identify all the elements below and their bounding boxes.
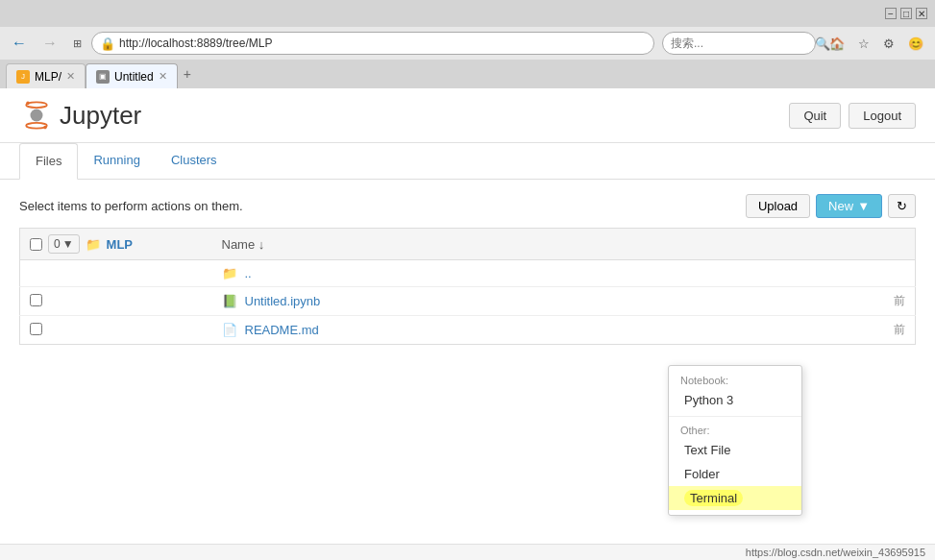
notebook-file-cell: 📗 Untitled.ipynb [222,294,759,308]
terminal-label: Terminal [684,490,743,506]
nav-home-icon[interactable]: 🏠 [824,34,850,54]
forward-button[interactable]: → [37,32,63,55]
parent-dir-link[interactable]: .. [245,266,252,280]
address-icon: 🔒 [100,36,115,51]
jupyter-logo-svg [19,98,54,133]
file-table-header: 0 ▼ 📁 MLP Name ↓ [20,229,916,260]
address-input[interactable] [119,37,646,50]
file-table: 0 ▼ 📁 MLP Name ↓ [19,228,916,345]
new-dropdown-menu: Notebook: Python 3 Other: Text File Fold… [668,365,802,516]
dropdown-divider [669,416,801,417]
search-bar-container: 🔍 [662,32,816,55]
breadcrumb-separator: 📁 [86,237,101,252]
upload-button[interactable]: Upload [746,194,810,218]
textfile-item[interactable]: Text File [669,438,801,462]
nav-settings-icon[interactable]: ⚙ [877,34,900,54]
row-modified-cell [768,260,915,287]
text-file-icon: 📄 [222,323,237,337]
row-name-cell: 📁 .. [212,260,769,287]
svg-point-3 [26,102,30,106]
new-button-caret: ▼ [857,199,870,213]
table-row: 📄 README.md 前 [20,316,916,345]
name-sort: Name ↓ [222,237,265,252]
status-url: https://blog.csdn.net/weixin_43695915 [746,547,925,558]
content-area: Select items to perform actions on them.… [0,180,935,359]
right-nav-buttons: 🏠 ☆ ⚙ 😊 [824,34,929,54]
home-button[interactable]: ⊞ [67,35,87,53]
row-name-cell: 📄 README.md [212,316,769,345]
tab-clusters[interactable]: Clusters [156,143,233,179]
jupyter-logo-text: Jupyter [60,101,141,131]
readme-link[interactable]: README.md [245,323,319,337]
terminal-item[interactable]: Terminal [669,486,801,510]
folder-icon: 📁 [222,266,237,280]
jupyter-header: Jupyter Quit Logout [0,88,935,143]
text-file-cell: 📄 README.md [222,323,759,337]
status-bar: https://blog.csdn.net/weixin_43695915 [0,544,935,560]
back-button[interactable]: ← [6,32,33,55]
parent-dir-cell: 📁 .. [222,266,759,280]
col-modified [768,229,915,260]
jupyter-nav-tabs: Files Running Clusters [0,143,935,180]
row-checkbox-cell [20,260,212,287]
table-row: 📁 .. [20,260,916,287]
tab-mlp-close[interactable]: ✕ [66,70,75,83]
row-modified-cell: 前 [768,316,915,345]
svg-point-4 [43,126,47,130]
count-value: 0 [54,237,61,251]
header-row: 0 ▼ 📁 MLP [30,234,203,254]
other-section-label: Other: [669,421,801,438]
tab-running[interactable]: Running [78,143,155,179]
col-name: Name ↓ [212,229,769,260]
python3-item[interactable]: Python 3 [669,388,801,412]
jupyter-body: Jupyter Quit Logout Files Running Cluste… [0,88,935,359]
tab-mlp[interactable]: J MLP/ ✕ [6,63,86,88]
new-button-label: New [828,199,853,213]
search-input[interactable] [671,37,815,50]
tab-untitled-close[interactable]: ✕ [159,70,167,83]
address-bar-container: 🔒 [91,32,654,55]
notebook-section-label: Notebook: [669,371,801,388]
nav-star-icon[interactable]: ☆ [852,34,875,54]
col-checkbox: 0 ▼ 📁 MLP [20,229,212,260]
refresh-button[interactable]: ↻ [888,194,916,218]
nav-emoji-icon[interactable]: 😊 [902,34,929,54]
quit-button[interactable]: Quit [789,103,841,129]
title-bar [0,0,935,27]
new-button[interactable]: New ▼ [816,194,882,218]
logout-button[interactable]: Logout [849,103,916,129]
file-table-header-row: 0 ▼ 📁 MLP Name ↓ [20,229,916,260]
file-checkbox-1[interactable] [30,294,42,306]
tab-untitled-favicon: ▣ [96,70,110,84]
row-checkbox-cell [20,287,212,316]
row-name-cell: 📗 Untitled.ipynb [212,287,769,316]
file-checkbox-2[interactable] [30,323,42,335]
table-row: 📗 Untitled.ipynb 前 [20,287,916,316]
row-checkbox-cell [20,316,212,345]
count-button[interactable]: 0 ▼ [48,234,80,254]
nav-bar: ← → ⊞ 🔒 🔍 🏠 ☆ ⚙ 😊 [0,27,935,60]
breadcrumb-folder[interactable]: MLP [107,237,133,252]
col-name-label: Name ↓ [222,237,265,252]
tab-untitled-label: Untitled [114,70,154,84]
tab-mlp-label: MLP/ [35,70,62,84]
close-button[interactable] [916,8,927,19]
tab-mlp-favicon: J [16,70,30,84]
jupyter-logo: Jupyter [19,98,141,133]
count-dropdown-icon: ▼ [62,237,74,251]
folder-item[interactable]: Folder [669,462,801,486]
notebook-link[interactable]: Untitled.ipynb [245,294,321,308]
action-bar-right: Upload New ▼ ↻ [746,194,916,218]
minimize-button[interactable] [885,8,897,19]
header-buttons: Quit Logout [789,103,916,129]
svg-point-2 [31,110,43,122]
maximize-button[interactable] [900,8,912,19]
select-all-checkbox[interactable] [30,238,42,251]
action-text: Select items to perform actions on them. [19,199,243,213]
tab-untitled[interactable]: ▣ Untitled ✕ [86,63,178,88]
tab-files[interactable]: Files [19,143,78,180]
file-table-body: 📁 .. 📗 Untitled.ipynb [20,260,916,345]
new-tab-button[interactable]: + [178,64,197,84]
notebook-icon: 📗 [222,294,237,308]
row-modified-cell: 前 [768,287,915,316]
